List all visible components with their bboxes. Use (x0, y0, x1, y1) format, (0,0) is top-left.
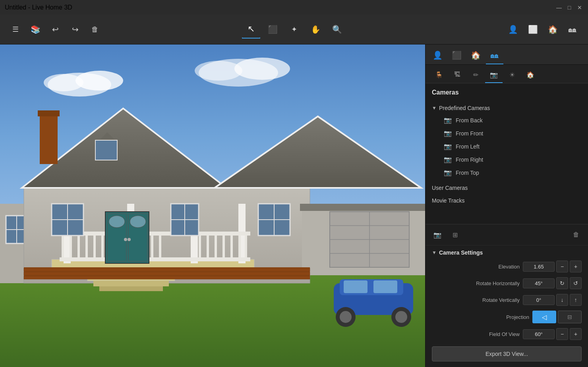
rotate-h-input[interactable] (523, 278, 555, 288)
camera-settings-icon: 📷 (433, 231, 441, 239)
undo-btn[interactable]: ↩ (46, 20, 64, 39)
toolbar-right: 👤 ⬜ 🏠 🏘 (504, 20, 582, 39)
svg-rect-55 (93, 281, 169, 286)
fov-increase-btn[interactable]: + (570, 328, 582, 340)
camera-label-left: From Left (456, 143, 480, 150)
menu-btn[interactable]: ☰ (6, 20, 25, 39)
projection-row: Projection ◁ ⊟ (426, 308, 588, 326)
fov-row: Field Of View − + (426, 326, 588, 342)
arrow-up-icon: ↑ (574, 297, 577, 303)
tab-3d-exterior[interactable]: 🏘 (486, 47, 503, 64)
fov-label: Field Of View (432, 331, 520, 337)
2d-mode-btn[interactable]: 👤 (504, 20, 522, 39)
rotate-ccw-icon: ↺ (573, 280, 578, 286)
camera-label-top: From Top (456, 170, 479, 176)
camera-tabs: 🪑 🏗 ✏ 📷 ☀ 🏠 (426, 65, 588, 83)
delete-btn[interactable]: 🗑 (86, 20, 104, 39)
cam-tab-render[interactable]: 🏠 (522, 67, 539, 83)
user-cameras-item[interactable]: User Cameras (426, 182, 588, 194)
settings-delete-btn[interactable]: 🗑 (569, 228, 583, 242)
movie-tracks-label: Movie Tracks (432, 197, 464, 204)
toolbar: ☰ 📚 ↩ ↪ 🗑 ↖ ⬛ ✦ (0, 15, 588, 44)
library-icon: 📚 (31, 25, 41, 34)
rotate-v-down-btn[interactable]: ↓ (556, 294, 568, 306)
rotate-v-up-btn[interactable]: ↑ (570, 294, 582, 306)
orthographic-icon: ⊟ (567, 314, 572, 320)
predefined-cameras-label: Predefined Cameras (439, 105, 490, 111)
svg-rect-40 (199, 236, 201, 257)
camera-icon-left: 📷 (444, 143, 452, 150)
projection-perspective-btn[interactable]: ◁ (532, 311, 556, 323)
fov-decrease-btn[interactable]: − (556, 328, 568, 340)
floor-plan-btn[interactable]: ⬜ (524, 20, 542, 39)
projection-orthographic-btn[interactable]: ⊟ (558, 311, 582, 323)
tab-floor-plan[interactable]: ⬛ (448, 47, 465, 64)
maximize-btn[interactable]: □ (566, 4, 573, 11)
plus-fov-icon: + (574, 331, 577, 337)
rotate-v-input[interactable] (523, 295, 555, 305)
elevation-input[interactable] (523, 262, 555, 272)
fov-input[interactable] (523, 329, 555, 339)
elevation-controls: − + (523, 261, 582, 272)
movie-tracks-item[interactable]: Movie Tracks (426, 194, 588, 207)
select-tool-btn[interactable]: ↖ (242, 20, 260, 39)
cameras-title: Cameras (426, 83, 588, 100)
camera-icon-back: 📷 (444, 116, 452, 124)
2d-plan-icon: 👤 (433, 50, 443, 60)
svg-rect-33 (85, 236, 88, 257)
pan-tool-btn[interactable]: ✋ (306, 20, 325, 39)
cameras-section: Cameras ▼ Predefined Cameras 📷 From Back… (426, 83, 588, 224)
pan-icon: ✋ (311, 25, 321, 34)
svg-rect-43 (222, 236, 225, 257)
toolbar-left: ☰ 📚 ↩ ↪ 🗑 (6, 20, 104, 39)
cam-tab-camera[interactable]: 📷 (485, 67, 503, 83)
camera-from-back[interactable]: 📷 From Back (426, 114, 588, 127)
build-tool-btn[interactable]: ⬛ (263, 20, 282, 39)
rotate-h-ccw-btn[interactable]: ↺ (570, 277, 582, 289)
cam-tab-structure[interactable]: 🏗 (449, 67, 466, 83)
svg-point-5 (234, 58, 290, 80)
settings-grid-btn[interactable]: ⊞ (448, 228, 462, 242)
camera-label-front: From Front (456, 130, 483, 137)
svg-rect-84 (373, 280, 397, 293)
zoom-tool-btn[interactable]: 🔍 (328, 20, 346, 39)
insert-tool-btn[interactable]: ✦ (285, 20, 303, 39)
export-3d-btn[interactable]: Export 3D View... (432, 346, 582, 361)
chevron-down-settings-icon: ▼ (432, 250, 437, 255)
3d-home-icon: 🏠 (548, 25, 558, 34)
svg-rect-42 (215, 236, 217, 257)
svg-rect-29 (60, 257, 250, 261)
elevation-label: Elevation (432, 264, 520, 270)
camera-from-right[interactable]: 📷 From Right (426, 153, 588, 166)
library-btn[interactable]: 📚 (26, 20, 44, 39)
minimize-btn[interactable]: — (555, 4, 563, 11)
rotate-h-cw-btn[interactable]: ↻ (556, 277, 568, 289)
svg-point-82 (395, 311, 407, 323)
grid-icon: ⊞ (453, 231, 458, 239)
camera-from-left[interactable]: 📷 From Left (426, 140, 588, 153)
settings-camera-btn[interactable]: 📷 (430, 228, 445, 242)
elevation-decrease-btn[interactable]: − (556, 261, 568, 272)
viewport-3d[interactable] (0, 44, 425, 367)
elevation-increase-btn[interactable]: + (570, 261, 582, 272)
select-icon: ↖ (248, 24, 255, 34)
redo-btn[interactable]: ↪ (66, 20, 84, 39)
camera-from-front[interactable]: 📷 From Front (426, 127, 588, 140)
settings-toolbar: 📷 ⊞ 🗑 (426, 224, 588, 245)
svg-rect-30 (62, 236, 64, 257)
rotate-v-controls: ↓ ↑ (523, 294, 582, 306)
cam-tab-furniture[interactable]: 🪑 (430, 67, 448, 83)
rotate-h-row: Rotate Horizontally ↻ ↺ (426, 275, 588, 292)
cam-tab-materials[interactable]: ✏ (467, 67, 484, 83)
close-btn[interactable]: ✕ (576, 4, 583, 11)
tab-2d-plan[interactable]: 👤 (429, 47, 446, 64)
3d-home-btn[interactable]: 🏠 (544, 20, 562, 39)
camera-settings-header[interactable]: ▼ Camera Settings (426, 245, 588, 258)
predefined-cameras-header[interactable]: ▼ Predefined Cameras (426, 102, 588, 114)
camera-label-right: From Right (456, 156, 483, 163)
exterior-btn[interactable]: 🏘 (563, 20, 582, 39)
camera-from-top[interactable]: 📷 From Top (426, 166, 588, 179)
tab-3d-home[interactable]: 🏠 (467, 47, 484, 64)
cam-tab-lighting[interactable]: ☀ (503, 67, 521, 83)
svg-rect-41 (207, 236, 209, 257)
